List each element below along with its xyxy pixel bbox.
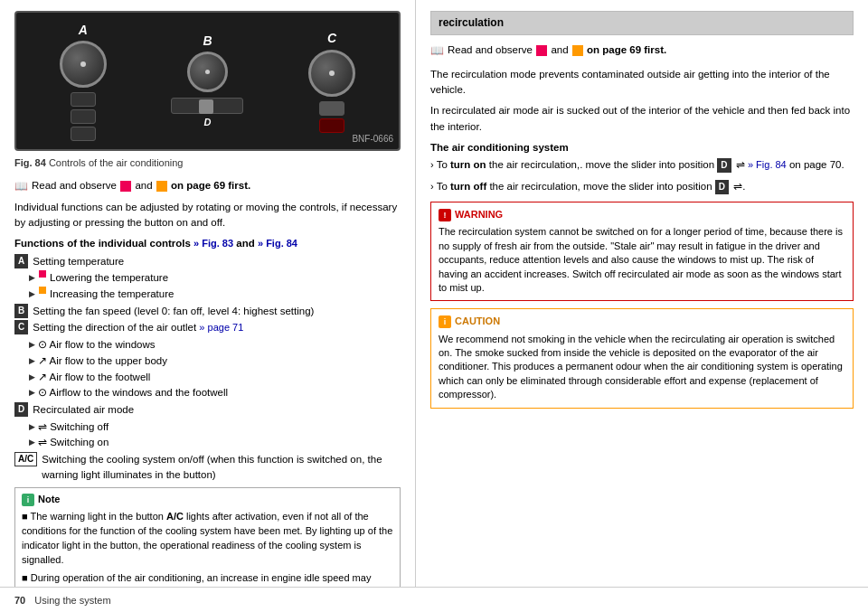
btn-r1 [319,101,344,116]
knob-c [308,50,355,97]
sub-item-a2: ▶ Increasing the temperature [29,287,401,302]
right-para2: In recirculated air mode air is sucked o… [430,103,854,135]
fig-ref2: » Fig. 84 [258,238,297,249]
orange-box-icon [156,181,167,192]
label-b: B [14,304,28,318]
red-box-right [536,45,547,56]
air-system-heading: The air conditioning system [430,140,854,155]
page-number: 70 [14,595,25,606]
note-box: i Note ■ The warning light in the button… [14,487,401,587]
label-d: D [14,402,28,417]
warn-icon: ! [439,209,451,221]
figure-image-id: BNF-0666 [352,133,393,146]
sub-c1: ▶⊙ Air flow to the windows [29,337,401,353]
note-bullet-1: ■ The warning light in the button A/C li… [22,510,393,568]
figure-caption: Fig. 84 Controls of the air conditioning [14,156,401,171]
btn-r2 [319,118,344,133]
btn-3 [71,127,96,141]
functions-heading: Functions of the individual controls » F… [14,236,401,251]
read-observe-text: Read and observe and on page 69 first. [32,178,250,193]
knob-a [60,41,107,88]
book-icon-right: 📖 [430,43,444,59]
caution-icon: i [439,315,451,328]
figure-box: A B [14,11,401,151]
read-observe-left: 📖 Read and observe and on page 69 first. [14,178,401,194]
fig-label-d: D [204,116,212,130]
slider-d [171,98,243,114]
knob-b [187,52,228,92]
read-observe-right: 📖 Read and observe and on page 69 first. [430,42,854,59]
sub-c2: ▶↗ Air flow to the upper body [29,353,401,369]
list-item-c: C Setting the direction of the air outle… [14,320,401,335]
warning-box: ! WARNING The recirculation system canno… [430,202,854,301]
sub-c3: ▶↗ Air flow to the footwell [29,370,401,385]
orange-sq-a2 [39,287,46,294]
left-column: A B [0,0,416,587]
arrow-bullet-off: › [430,181,434,192]
functions-list: A Setting temperature ▶ Lowering the tem… [14,254,401,483]
ac-panel-image: A B [16,13,399,149]
caution-title: i CAUTION [439,315,845,328]
orange-box-right [572,45,583,56]
warning-text: The recirculation system cannot be switc… [439,225,845,295]
caution-text: We recommend not smoking in the vehicle … [439,333,845,402]
note-icon: i [22,494,34,506]
fig-84-link-on[interactable]: » Fig. 84 [748,159,787,170]
right-column: recirculation 📖 Read and observe and on … [416,0,868,587]
caution-box: i CAUTION We recommend not smoking in th… [430,308,854,408]
sub-list-a: ▶ Lowering the temperature ▶ Increasing … [29,270,401,301]
label-d-off: D [715,180,729,194]
list-item-d: D Recirculated air mode [14,402,401,418]
note-bullet-2: ■ During operation of the air conditioni… [22,571,393,587]
book-icon: 📖 [14,179,28,194]
fig-ref1: » Fig. 83 [193,238,233,249]
arrow-a1: ▶ [29,272,35,284]
fig-label-c: C [327,29,336,47]
footer: 70 Using the system [0,587,868,612]
label-ac: A/C [14,452,37,466]
list-item-a: A Setting temperature [14,254,401,269]
footer-section: Using the system [34,595,110,606]
recircle-icon1: ⇌ [736,159,745,170]
btn-2 [71,109,96,124]
label-d-on: D [717,158,731,173]
sub-d1: ▶⇌ Switching off [29,419,401,435]
right-para1: The recirculation mode prevents contamin… [430,67,854,99]
sub-list-c: ▶⊙ Air flow to the windows ▶↗ Air flow t… [29,337,401,400]
recircle-icon2: ⇌ [733,181,742,192]
sub-item-a1: ▶ Lowering the temperature [29,270,401,286]
sub-c4: ▶⊙ Airflow to the windows and the footwe… [29,385,401,400]
label-c: C [14,320,28,334]
section-header: recirculation [430,11,854,35]
red-box-icon [120,181,131,192]
fig-label-a: A [79,21,88,39]
list-item-b: B Setting the fan speed (level 0: fan of… [14,304,401,319]
turn-on-para: › To turn on the air recirculation,. mov… [430,157,854,173]
intro-text: Individual functions can be adjusted by … [14,200,401,230]
warning-title: ! WARNING [439,208,845,221]
turn-off-para: › To turn off the air recirculation, mov… [430,179,854,194]
sub-list-d: ▶⇌ Switching off ▶⇌ Switching on [29,419,401,450]
fig-label-b: B [203,32,212,50]
arrow-bullet-on: › [430,159,434,170]
page-link-c[interactable]: » page 71 [199,322,243,333]
red-sq-a1 [39,270,46,278]
note-title: i Note [22,493,393,507]
label-a: A [14,254,28,268]
btn-off [71,92,96,107]
arrow-a2: ▶ [29,288,35,300]
sub-d2: ▶⇌ Switching on [29,435,401,450]
list-item-ac: A/C Switching the cooling system on/off … [14,452,401,482]
